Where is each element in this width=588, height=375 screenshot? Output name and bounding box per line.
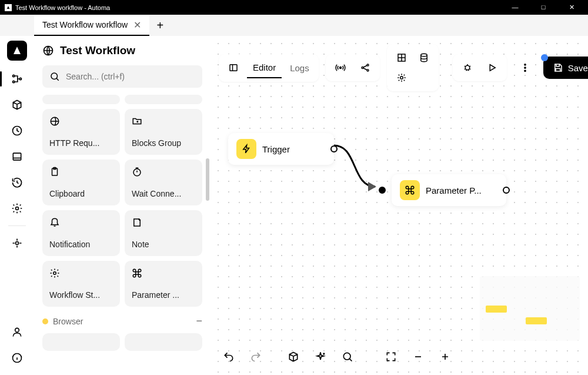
svg-point-24 (465, 65, 470, 70)
gear-icon (49, 268, 113, 281)
svg-point-26 (524, 67, 526, 68)
search-box[interactable] (42, 65, 202, 88)
svg-point-18 (362, 67, 363, 69)
block-clipboard[interactable]: Clipboard (42, 160, 120, 205)
nav-account-icon[interactable] (5, 320, 29, 344)
blocks-sidebar: Test Workflow HTTP Requ... Blocks Group (34, 36, 211, 375)
block-parameter[interactable]: Parameter ... (125, 261, 202, 307)
debug-icon[interactable] (456, 58, 479, 78)
nav-workflows-icon[interactable] (5, 67, 29, 91)
lightning-icon (236, 139, 256, 159)
left-rail (0, 36, 34, 375)
note-icon (132, 217, 195, 230)
svg-point-7 (15, 328, 19, 332)
save-button[interactable]: Save (543, 57, 588, 79)
close-button[interactable]: ✕ (564, 4, 579, 11)
block-card[interactable] (42, 333, 120, 351)
search-input[interactable] (66, 72, 195, 81)
svg-point-19 (367, 64, 369, 66)
svg-point-0 (12, 75, 14, 77)
node-trigger[interactable]: Trigger (228, 133, 334, 165)
svg-point-27 (524, 70, 526, 71)
svg-rect-16 (230, 65, 237, 71)
svg-point-6 (15, 242, 18, 245)
fit-view-icon[interactable] (381, 347, 401, 367)
window-title: Test Workflow workflow - Automa (15, 4, 110, 11)
node-input-handle[interactable] (379, 187, 386, 194)
command-icon (132, 268, 195, 281)
zoom-out-icon[interactable] (408, 347, 428, 367)
block-card[interactable] (42, 95, 120, 104)
node-output-handle[interactable] (503, 187, 510, 194)
tab-bar: Test Workflow workflow ✕ + (0, 15, 588, 36)
block-notification[interactable]: Notification (42, 210, 120, 256)
nav-history-icon[interactable] (5, 170, 29, 195)
nav-storage-icon[interactable] (5, 144, 29, 169)
toggle-panel-icon[interactable] (222, 58, 245, 78)
clipboard-icon (49, 167, 113, 180)
block-blocks-group[interactable]: Blocks Group (125, 109, 202, 155)
zoom-in-icon[interactable] (435, 347, 455, 367)
workflow-title: Test Workflow (60, 44, 135, 57)
unsaved-indicator (541, 54, 548, 61)
tab-active[interactable]: Test Workflow workflow ✕ (34, 15, 149, 36)
tab-editor[interactable]: Editor (247, 58, 282, 78)
timer-icon (132, 167, 195, 180)
scrollbar-thumb[interactable] (206, 158, 209, 201)
svg-point-25 (524, 64, 526, 65)
nav-package-icon[interactable] (5, 92, 29, 117)
block-workflow-state[interactable]: Workflow St... (42, 261, 120, 307)
search-canvas-icon[interactable] (338, 347, 358, 367)
broadcast-icon[interactable] (329, 58, 352, 78)
command-icon (400, 180, 420, 200)
canvas[interactable]: Editor Logs (211, 36, 588, 375)
minimize-button[interactable]: — (508, 4, 522, 11)
title-bar: ▲ Test Workflow workflow - Automa — □ ✕ (0, 0, 588, 15)
new-tab-button[interactable]: + (149, 15, 171, 36)
block-card[interactable] (125, 95, 202, 104)
database-icon[interactable] (414, 49, 434, 67)
node-parameter[interactable]: Parameter P... (392, 174, 506, 206)
magic-icon[interactable] (310, 347, 330, 367)
logo-icon[interactable] (7, 41, 27, 61)
nav-info-icon[interactable] (5, 346, 29, 370)
block-note[interactable]: Note (125, 210, 202, 256)
category-browser[interactable]: Browser − (42, 315, 202, 327)
svg-point-5 (15, 207, 18, 210)
save-icon (553, 62, 563, 73)
globe-icon (42, 45, 54, 57)
minimap-node (526, 317, 547, 324)
tab-label: Test Workflow workflow (42, 20, 128, 29)
search-icon (49, 71, 60, 82)
maximize-button[interactable]: □ (536, 4, 550, 11)
nav-element-icon[interactable] (5, 231, 29, 255)
bell-icon (49, 217, 113, 230)
settings-icon[interactable] (392, 69, 412, 87)
collapse-icon[interactable]: − (196, 315, 202, 327)
svg-point-1 (12, 81, 14, 82)
node-output-handle[interactable] (330, 145, 338, 152)
svg-rect-4 (13, 153, 21, 160)
table-icon[interactable] (392, 49, 412, 67)
more-icon[interactable] (514, 58, 536, 78)
nav-schedule-icon[interactable] (5, 118, 29, 143)
tab-logs[interactable]: Logs (284, 58, 315, 78)
nav-settings-icon[interactable] (5, 196, 29, 221)
globe-icon (49, 116, 113, 129)
svg-point-20 (367, 69, 369, 71)
block-http-request[interactable]: HTTP Requ... (42, 109, 120, 155)
minimap[interactable] (480, 276, 580, 341)
folder-icon (132, 116, 195, 129)
app-icon: ▲ (5, 4, 12, 11)
undo-icon[interactable] (219, 347, 239, 367)
svg-point-22 (420, 54, 427, 57)
svg-point-23 (400, 77, 403, 79)
tab-close-icon[interactable]: ✕ (133, 19, 141, 31)
svg-point-17 (339, 67, 341, 69)
redo-icon[interactable] (246, 347, 266, 367)
package-icon[interactable] (283, 347, 303, 367)
block-card[interactable] (125, 333, 202, 351)
block-wait-connections[interactable]: Wait Conne... (125, 160, 202, 205)
run-icon[interactable] (481, 58, 503, 78)
share-icon[interactable] (354, 58, 376, 78)
